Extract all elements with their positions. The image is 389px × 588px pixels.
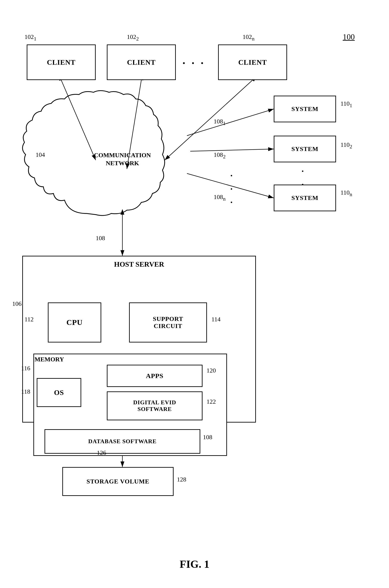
cpu-ref: 112 [25, 316, 33, 323]
system3-label: SYSTEM [291, 194, 318, 202]
database-box: DATABASE SOFTWARE [44, 429, 200, 454]
memory-label: MEMORY [34, 356, 64, 363]
client2-box: CLIENT [107, 44, 176, 80]
support-circuit-box: SUPPORTCIRCUIT [129, 302, 207, 343]
svg-line-15 [187, 109, 274, 136]
client2-label: CLIENT [127, 58, 156, 66]
os-label: OS [54, 388, 64, 397]
storage-label: STORAGE VOLUME [87, 478, 149, 485]
svg-line-12 [61, 80, 96, 160]
storage-volume-box: STORAGE VOLUME [62, 467, 174, 496]
svg-point-4 [62, 142, 142, 196]
svg-line-16 [190, 149, 274, 151]
client1-box: CLIENT [27, 44, 96, 80]
system2-ref: 1102 [340, 141, 352, 150]
client2-ref: 1022 [127, 33, 139, 42]
figure-caption: FIG. 1 [0, 558, 389, 570]
support-ref: 114 [211, 316, 221, 323]
network-label: COMMUNICATIONNETWORK [69, 151, 176, 168]
system1-label: SYSTEM [291, 105, 318, 113]
devid-label: DIGITAL EVIDSOFTWARE [133, 399, 176, 412]
conn108-ref: 108 [96, 235, 105, 242]
os-ref: 118 [21, 388, 30, 395]
client-dots: · · · [183, 57, 205, 70]
client3-box: CLIENT [218, 44, 287, 80]
cpu-box: CPU [48, 302, 101, 343]
apps-box: APPS [107, 365, 202, 387]
system3-box: SYSTEM [274, 185, 336, 211]
network-ref: 104 [36, 151, 45, 158]
sys-conn1-ref: 1081 [214, 118, 226, 126]
sys-conn2-ref: 1082 [214, 151, 226, 160]
diagram-container: 1021 1022 102n 100 CLIENT CLIENT CLIENT … [0, 0, 389, 588]
system-ref-100: 100 [343, 32, 355, 42]
os-box: OS [37, 378, 81, 407]
cpu-label: CPU [66, 318, 83, 327]
system3-ref: 110n [340, 189, 352, 198]
storage-ref: 128 [177, 476, 186, 483]
host-server-title: HOST SERVER [22, 260, 256, 268]
system-dots2: ··· [230, 169, 232, 209]
svg-line-14 [165, 80, 253, 160]
db-ref: 108 [203, 434, 212, 441]
client1-ref: 1021 [25, 33, 36, 42]
system2-box: SYSTEM [274, 136, 336, 162]
system1-box: SYSTEM [274, 96, 336, 122]
sys-conn3-ref: 108n [214, 193, 226, 202]
support-label: SUPPORTCIRCUIT [153, 315, 183, 330]
host-ref: 106 [12, 300, 22, 307]
devid-ref: 122 [206, 398, 216, 405]
memory-ref: 116 [21, 365, 30, 372]
apps-ref: 120 [206, 367, 216, 374]
devid-software-box: DIGITAL EVIDSOFTWARE [107, 391, 202, 420]
apps-label: APPS [146, 372, 163, 380]
system2-label: SYSTEM [291, 146, 318, 152]
client1-label: CLIENT [47, 58, 76, 66]
system1-ref: 1101 [340, 100, 352, 109]
client3-label: CLIENT [238, 58, 267, 66]
database-label: DATABASE SOFTWARE [88, 438, 157, 445]
client3-ref: 102n [243, 33, 255, 42]
storage-conn-ref: 126 [97, 449, 106, 456]
